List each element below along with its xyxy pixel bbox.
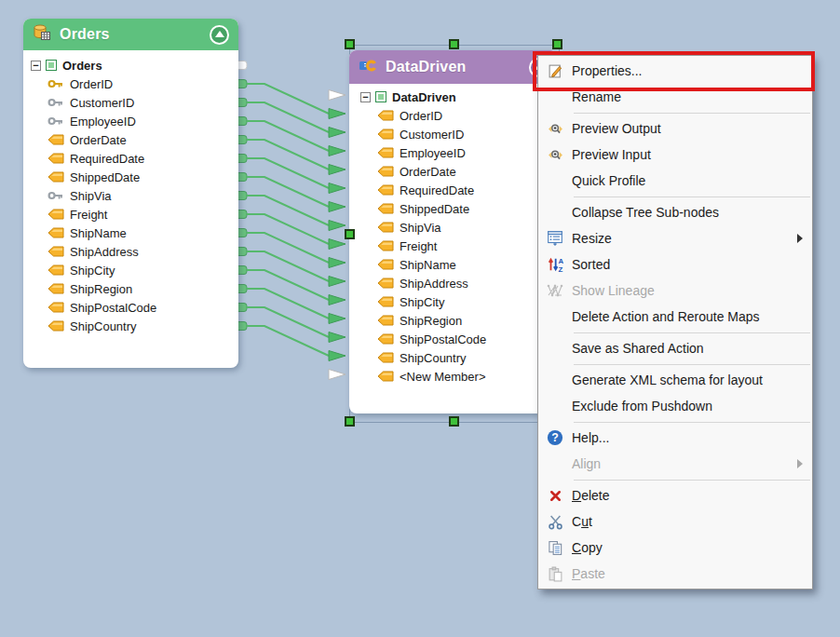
orders-field-customerid[interactable]: CustomerID bbox=[47, 93, 238, 112]
menu-item-label: Resize bbox=[572, 231, 797, 246]
menu-item-label: Help... bbox=[572, 430, 812, 445]
orders-node-header[interactable]: Orders bbox=[23, 19, 238, 50]
datadriven-field-shipvia[interactable]: ShipVia bbox=[377, 218, 558, 237]
menu-item-quick-profile[interactable]: Quick Profile bbox=[538, 168, 812, 194]
menu-item-collapse-tree-sub-nodes[interactable]: Collapse Tree Sub-nodes bbox=[538, 199, 812, 225]
datadriven-field-shippeddate[interactable]: ShippedDate bbox=[377, 199, 558, 218]
selection-handle[interactable] bbox=[449, 39, 459, 49]
menu-item-show-lineage: Show Lineage bbox=[538, 278, 812, 304]
tag-icon bbox=[377, 333, 394, 345]
key-silver-icon bbox=[47, 115, 64, 127]
menu-item-preview-input[interactable]: Preview Input bbox=[538, 142, 812, 168]
selection-handle[interactable] bbox=[345, 39, 355, 49]
selection-handle[interactable] bbox=[552, 39, 562, 49]
selection-handle[interactable] bbox=[449, 416, 459, 427]
key-gold-icon bbox=[47, 78, 64, 89]
datadriven-field-shipcountry[interactable]: ShipCountry bbox=[377, 348, 558, 367]
tag-icon bbox=[377, 352, 394, 363]
datadriven-field-shipregion[interactable]: ShipRegion bbox=[377, 311, 558, 330]
orders-node[interactable]: Orders −OrdersOrderIDCustomerIDEmployeeI… bbox=[23, 19, 238, 368]
expander-minus-icon[interactable]: − bbox=[360, 92, 371, 102]
field-label: ShipCountry bbox=[70, 319, 137, 333]
tag-icon bbox=[47, 227, 64, 238]
orders-field-freight[interactable]: Freight bbox=[47, 205, 238, 224]
datadriven-field-freight[interactable]: Freight bbox=[377, 237, 558, 255]
orders-field-shipaddress[interactable]: ShipAddress bbox=[47, 242, 238, 261]
field-label: CustomerID bbox=[70, 96, 134, 110]
svg-text:Z: Z bbox=[558, 265, 562, 273]
menu-item-cut[interactable]: Cut bbox=[538, 508, 812, 535]
field-label: ShipName bbox=[400, 258, 456, 272]
submenu-arrow-icon bbox=[797, 459, 803, 468]
mapping-canvas: Orders −OrdersOrderIDCustomerIDEmployeeI… bbox=[0, 0, 840, 637]
datadriven-node-header[interactable]: DataDriven bbox=[349, 50, 558, 84]
menu-separator bbox=[574, 332, 810, 333]
datadriven-field-employeeid[interactable]: EmployeeID bbox=[377, 143, 558, 162]
svg-text:A: A bbox=[558, 257, 563, 265]
tag-icon bbox=[47, 246, 64, 257]
tag-icon bbox=[377, 203, 394, 214]
menu-item-label: Delete Action and Reroute Maps bbox=[572, 309, 812, 324]
menu-item-rename[interactable]: Rename bbox=[538, 84, 812, 110]
datadriven-field-orderdate[interactable]: OrderDate bbox=[377, 162, 558, 181]
orders-field-shipname[interactable]: ShipName bbox=[47, 224, 238, 242]
datadriven-field-shippostalcode[interactable]: ShipPostalCode bbox=[377, 330, 558, 348]
menu-item-resize[interactable]: Resize bbox=[538, 225, 812, 251]
orders-tree-root[interactable]: −Orders bbox=[31, 56, 238, 75]
orders-field-shipvia[interactable]: ShipVia bbox=[47, 186, 238, 205]
menu-item-label: Quick Profile bbox=[572, 173, 812, 188]
datadriven-tree-root[interactable]: −DataDriven bbox=[360, 88, 558, 106]
menu-separator bbox=[574, 480, 810, 481]
menu-item-delete-action-and-reroute-maps[interactable]: Delete Action and Reroute Maps bbox=[538, 304, 812, 330]
datadriven-field-shipname[interactable]: ShipName bbox=[377, 255, 558, 274]
selection-handle[interactable] bbox=[345, 229, 355, 239]
resize-icon bbox=[538, 230, 572, 247]
datadriven-action-icon bbox=[359, 59, 377, 76]
orders-field-shippeddate[interactable]: ShippedDate bbox=[47, 168, 238, 186]
menu-item-delete[interactable]: Delete bbox=[538, 482, 812, 508]
collapse-button[interactable] bbox=[210, 25, 229, 45]
datadriven-node-title: DataDriven bbox=[386, 59, 529, 75]
orders-field-requireddate[interactable]: RequiredDate bbox=[47, 149, 238, 168]
menu-item-properties[interactable]: Properties... bbox=[538, 58, 812, 84]
preview-magnifier-icon bbox=[538, 147, 572, 163]
field-label: Freight bbox=[400, 239, 437, 253]
field-label: ShipPostalCode bbox=[70, 301, 156, 315]
menu-item-preview-output[interactable]: Preview Output bbox=[538, 115, 812, 142]
menu-item-exclude-from-pushdown[interactable]: Exclude from Pushdown bbox=[538, 393, 812, 419]
orders-field-orderdate[interactable]: OrderDate bbox=[47, 130, 238, 149]
datadriven-field-requireddate[interactable]: RequiredDate bbox=[377, 181, 558, 199]
orders-field-shipcountry[interactable]: ShipCountry bbox=[47, 317, 238, 335]
tag-icon bbox=[377, 129, 394, 140]
datadriven-node[interactable]: DataDriven −DataDrivenOrderIDCustomerIDE… bbox=[349, 50, 558, 413]
orders-field-employeeid[interactable]: EmployeeID bbox=[47, 112, 238, 130]
datadriven-field-shipaddress[interactable]: ShipAddress bbox=[377, 274, 558, 292]
menu-item-save-as-shared-action[interactable]: Save as Shared Action bbox=[538, 335, 812, 361]
tag-icon bbox=[47, 171, 64, 183]
menu-item-label: Preview Output bbox=[572, 121, 812, 136]
tag-icon bbox=[47, 320, 64, 332]
menu-item-sorted[interactable]: AZSorted bbox=[538, 251, 812, 278]
orders-field-orderid[interactable]: OrderID bbox=[47, 75, 238, 93]
field-label: ShippedDate bbox=[400, 202, 469, 216]
orders-field-shipcity[interactable]: ShipCity bbox=[47, 261, 238, 279]
menu-item-copy[interactable]: Copy bbox=[538, 535, 812, 561]
expander-minus-icon[interactable]: − bbox=[31, 61, 41, 71]
datadriven-field-new-member[interactable]: <New Member> bbox=[377, 367, 558, 386]
datadriven-field-customerid[interactable]: CustomerID bbox=[377, 125, 558, 143]
menu-item-generate-xml-schema-for-layout[interactable]: Generate XML schema for layout bbox=[538, 367, 812, 393]
field-label: OrderDate bbox=[70, 133, 127, 147]
tag-icon bbox=[377, 222, 394, 233]
field-label: ShippedDate bbox=[70, 170, 140, 184]
field-label: ShipPostalCode bbox=[400, 332, 486, 346]
datadriven-field-orderid[interactable]: OrderID bbox=[377, 106, 558, 125]
orders-field-shipregion[interactable]: ShipRegion bbox=[47, 279, 238, 298]
field-label: ShipCity bbox=[70, 264, 115, 278]
menu-item-label: Rename bbox=[572, 89, 812, 104]
tag-icon bbox=[47, 264, 64, 276]
orders-field-shippostalcode[interactable]: ShipPostalCode bbox=[47, 298, 238, 317]
menu-item-paste: Paste bbox=[538, 561, 812, 587]
datadriven-field-shipcity[interactable]: ShipCity bbox=[377, 292, 558, 311]
menu-item-help[interactable]: ?Help... bbox=[538, 425, 812, 451]
selection-handle[interactable] bbox=[345, 416, 355, 427]
